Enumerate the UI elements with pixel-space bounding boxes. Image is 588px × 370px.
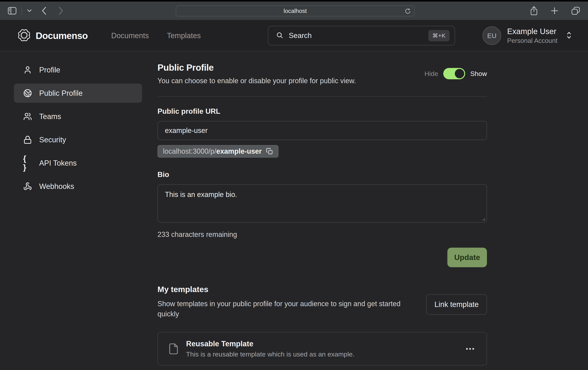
lock-icon <box>23 135 32 144</box>
webhook-icon <box>23 182 32 191</box>
page-title: Public Profile <box>158 62 356 73</box>
avatar: EU <box>483 26 501 45</box>
sidebar-item-security[interactable]: Security <box>14 130 142 149</box>
search-shortcut-badge: ⌘+K <box>428 30 450 41</box>
sidebar-item-teams[interactable]: Teams <box>14 107 142 126</box>
sidebar-toggle-icon[interactable] <box>8 7 16 14</box>
profile-visibility-toggle[interactable] <box>443 68 465 79</box>
braces-icon: { } <box>23 159 32 168</box>
sidebar-item-label: Teams <box>39 112 61 121</box>
more-options-icon[interactable] <box>465 347 476 351</box>
resize-handle[interactable] <box>481 217 485 221</box>
users-icon <box>23 112 32 121</box>
toggle-hide-label: Hide <box>424 70 438 78</box>
sidebar-item-label: Webhooks <box>39 182 74 191</box>
link-template-button[interactable]: Link template <box>426 294 487 315</box>
chevron-down-icon[interactable] <box>27 9 32 12</box>
section-divider <box>158 96 487 97</box>
app-header: Documenso Documents Templates Search ⌘+K… <box>0 20 588 51</box>
back-button-icon[interactable] <box>42 6 47 15</box>
toggle-show-label: Show <box>470 70 487 78</box>
update-button[interactable]: Update <box>447 248 487 267</box>
my-templates-title: My templates <box>158 285 424 294</box>
address-bar-url: localhost <box>284 8 307 14</box>
url-field-label: Public profile URL <box>158 107 487 115</box>
my-templates-description: Show templates in your public profile fo… <box>158 299 424 319</box>
toolbar-separator <box>21 7 22 15</box>
template-title: Reusable Template <box>186 340 355 348</box>
template-row: Reusable Template This is a reusable tem… <box>158 332 487 366</box>
globe-icon <box>23 89 32 98</box>
document-icon <box>169 343 178 355</box>
documenso-logo-icon <box>18 29 31 42</box>
tab-overview-icon[interactable] <box>571 7 580 15</box>
sidebar-item-profile[interactable]: Profile <box>14 60 142 80</box>
search-box[interactable]: Search ⌘+K <box>268 26 455 45</box>
settings-page: Profile Public Profile Teams <box>0 51 588 370</box>
window-top-edge <box>0 0 588 1</box>
reload-icon[interactable] <box>405 8 411 14</box>
share-icon[interactable] <box>530 6 538 15</box>
brand-name: Documenso <box>36 30 88 41</box>
template-description: This is a reusable template which is use… <box>186 350 355 358</box>
sidebar-item-label: Profile <box>39 66 60 74</box>
url-preview-slug: example-user <box>216 147 262 155</box>
bio-textarea[interactable]: This is an example bio. <box>165 190 480 216</box>
bio-field: This is an example bio. <box>158 184 487 223</box>
nav-documents[interactable]: Documents <box>111 31 149 40</box>
sidebar-item-api-tokens[interactable]: { } API Tokens <box>14 154 142 173</box>
profile-url-preview[interactable]: localhost:3000/p/example-user <box>158 145 279 158</box>
user-name: Example User <box>507 27 557 36</box>
user-account-type: Personal Account <box>507 37 557 44</box>
profile-url-input[interactable] <box>158 121 487 140</box>
settings-sidebar: Profile Public Profile Teams <box>14 51 142 370</box>
search-icon <box>276 32 283 40</box>
user-menu[interactable]: EU Example User Personal Account <box>483 26 572 45</box>
page-subtitle: You can choose to enable or disable your… <box>158 77 356 85</box>
browser-toolbar: localhost <box>0 1 588 20</box>
chevron-up-down-icon <box>566 31 572 40</box>
sidebar-item-label: Public Profile <box>39 89 83 97</box>
user-icon <box>23 65 32 74</box>
forward-button-icon[interactable] <box>58 6 63 15</box>
nav-templates[interactable]: Templates <box>167 31 201 40</box>
new-tab-icon[interactable] <box>550 7 559 15</box>
copy-icon <box>266 148 273 155</box>
app-root: Documenso Documents Templates Search ⌘+K… <box>0 20 588 370</box>
brand-logo[interactable]: Documenso <box>18 29 88 42</box>
browser-window: localhost <box>0 0 588 370</box>
bio-field-label: Bio <box>158 171 487 179</box>
search-placeholder: Search <box>289 31 312 40</box>
sidebar-item-label: API Tokens <box>39 159 77 167</box>
toggle-knob <box>455 69 464 78</box>
address-bar[interactable]: localhost <box>176 5 415 16</box>
sidebar-item-webhooks[interactable]: Webhooks <box>14 177 142 196</box>
url-preview-prefix: localhost:3000/p/ <box>163 147 216 155</box>
public-profile-panel: Public Profile You can choose to enable … <box>158 51 487 370</box>
sidebar-item-public-profile[interactable]: Public Profile <box>14 84 142 103</box>
characters-remaining: 233 characters remaining <box>158 230 487 239</box>
sidebar-item-label: Security <box>39 136 66 144</box>
main-nav: Documents Templates <box>111 31 201 40</box>
